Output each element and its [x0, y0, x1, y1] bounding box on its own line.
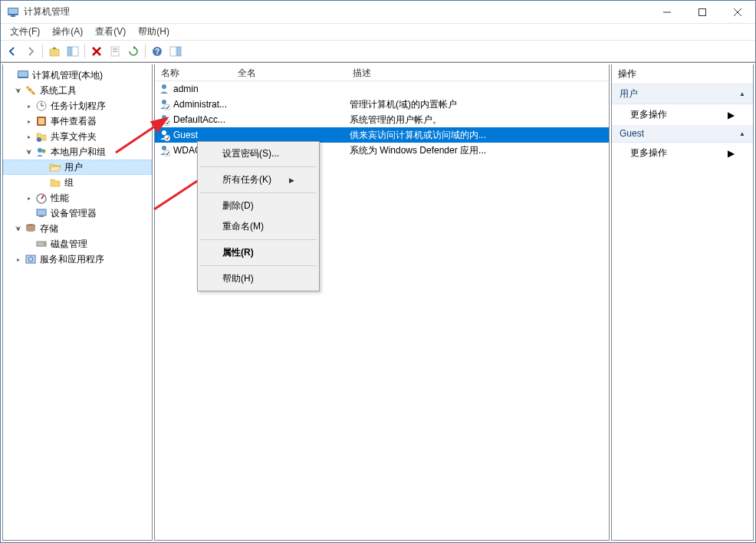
ctx-delete[interactable]: 删除(D): [199, 196, 317, 216]
minimize-button[interactable]: [649, 1, 685, 23]
tree-label: 性能: [51, 192, 69, 205]
user-row[interactable]: Guest 供来宾访问计算机或访问域的内...: [155, 127, 609, 143]
actions-more-guest[interactable]: 更多操作 ▶: [612, 143, 753, 163]
ctx-help[interactable]: 帮助(H): [199, 268, 317, 289]
ctx-rename[interactable]: 重命名(M): [199, 216, 317, 237]
tree-event-viewer[interactable]: ▸ 事件查看器: [3, 114, 152, 129]
tree-services-apps[interactable]: ▸ 服务和应用程序: [3, 252, 152, 267]
tree-task-scheduler[interactable]: ▸ 任务计划程序: [3, 98, 152, 114]
svg-point-28: [38, 148, 42, 153]
tree-storage[interactable]: ⮟ 存储: [3, 221, 152, 236]
tree-performance[interactable]: ▸ 性能: [3, 190, 152, 206]
submenu-arrow-icon: ▶: [728, 148, 735, 159]
toolbar-separator: [42, 44, 43, 58]
event-viewer-icon: [35, 115, 48, 127]
cell-description: 管理计算机(域)的内置帐户: [347, 98, 609, 111]
actions-panel: 操作 用户 ▲ 更多操作 ▶ Guest ▲ 更多操作 ▶: [611, 64, 754, 541]
titlebar[interactable]: 计算机管理: [1, 1, 755, 24]
column-fullname[interactable]: 全名: [232, 64, 347, 81]
show-hide-tree-button[interactable]: [64, 43, 81, 60]
user-list-panel: 名称 全名 描述 admin Administrat... 管理计算机(域)的内…: [154, 64, 610, 541]
svg-point-45: [164, 135, 170, 141]
menu-help[interactable]: 帮助(H): [132, 24, 176, 40]
properties-button[interactable]: [107, 43, 123, 60]
ctx-separator: [200, 166, 317, 167]
actions-item-label: 更多操作: [630, 108, 667, 121]
cell-name: Administrat...: [155, 98, 232, 110]
tree-shared-folders[interactable]: ▸ 共享文件夹: [3, 129, 152, 144]
tree-expander-closed[interactable]: ▸: [25, 132, 34, 141]
user-row[interactable]: DefaultAcc... 系统管理的用户帐户。: [155, 112, 609, 127]
users-groups-icon: [35, 146, 48, 158]
tree-expander-closed[interactable]: ▸: [25, 101, 34, 110]
tree-root[interactable]: 计算机管理(本地): [3, 67, 152, 83]
navigation-tree-panel[interactable]: 计算机管理(本地) ⮟ 系统工具 ▸ 任务计划程序 ▸ 事件查看器: [2, 64, 153, 541]
help-button[interactable]: ?: [149, 43, 166, 60]
svg-rect-32: [37, 209, 46, 216]
user-name-text: admin: [173, 84, 199, 94]
user-row[interactable]: Administrat... 管理计算机(域)的内置帐户: [155, 97, 609, 112]
user-row[interactable]: admin: [155, 81, 609, 97]
tree-label: 本地用户和组: [51, 146, 106, 159]
svg-point-41: [164, 104, 170, 110]
menubar: 文件(F) 操作(A) 查看(V) 帮助(H): [1, 24, 755, 41]
user-name-text: Administrat...: [173, 99, 227, 110]
close-button[interactable]: [720, 1, 755, 23]
tree-users[interactable]: 用户: [3, 160, 152, 175]
tree-expander-closed[interactable]: ▸: [25, 193, 34, 202]
forward-button[interactable]: [22, 43, 39, 60]
performance-icon: [35, 192, 48, 204]
cell-name: admin: [155, 83, 232, 95]
back-button[interactable]: [4, 43, 21, 60]
ctx-set-password[interactable]: 设置密码(S)...: [199, 143, 317, 164]
toolbar-separator: [145, 44, 146, 58]
up-level-button[interactable]: [46, 43, 63, 60]
menu-action[interactable]: 操作(A): [46, 24, 89, 40]
actions-more-users[interactable]: 更多操作 ▶: [612, 104, 753, 125]
tree-label: 组: [64, 176, 74, 189]
ctx-separator: [200, 239, 317, 240]
cell-description: 供来宾访问计算机或访问域的内...: [347, 129, 609, 142]
tree-label: 系统工具: [40, 84, 77, 97]
user-name-text: Guest: [173, 130, 198, 140]
tree-label: 事件查看器: [51, 115, 97, 128]
tree-label: 磁盘管理: [51, 238, 87, 251]
tree-expander-open[interactable]: ⮟: [25, 147, 34, 156]
delete-button[interactable]: [88, 43, 105, 60]
maximize-button[interactable]: [685, 1, 720, 23]
menu-file[interactable]: 文件(F): [4, 24, 46, 40]
submenu-arrow-icon: ▶: [728, 110, 735, 120]
tree-local-users-groups[interactable]: ⮟ 本地用户和组: [3, 144, 152, 160]
user-icon: [158, 129, 170, 141]
svg-rect-20: [18, 71, 28, 77]
context-menu: 设置密码(S)... 所有任务(K)▶ 删除(D) 重命名(M) 属性(R) 帮…: [197, 141, 320, 291]
cell-description: 系统管理的用户帐户。: [347, 114, 609, 127]
tree-device-manager[interactable]: 设备管理器: [3, 206, 152, 221]
column-name[interactable]: 名称: [155, 64, 232, 81]
tree-expander-open[interactable]: ⮟: [14, 86, 23, 95]
tree-system-tools[interactable]: ⮟ 系统工具: [3, 83, 152, 98]
collapse-icon: ▲: [739, 130, 745, 137]
toolbar: ?: [1, 41, 755, 62]
column-description[interactable]: 描述: [347, 64, 609, 81]
actions-section-users[interactable]: 用户 ▲: [612, 84, 753, 104]
folder-open-icon: [49, 161, 61, 173]
tree-expander-closed[interactable]: ▸: [25, 117, 34, 126]
ctx-properties[interactable]: 属性(R): [199, 242, 317, 263]
tree-expander-closed[interactable]: ▸: [14, 255, 23, 264]
tree-groups[interactable]: 组: [3, 175, 152, 190]
tree-disk-management[interactable]: 磁盘管理: [3, 236, 152, 252]
folder-icon: [49, 176, 61, 189]
collapse-icon: ▲: [739, 90, 745, 97]
svg-rect-9: [72, 47, 78, 56]
window-title: 计算机管理: [24, 5, 649, 18]
actions-section-guest[interactable]: Guest ▲: [612, 125, 753, 143]
show-hide-action-pane-button[interactable]: [167, 43, 184, 60]
ctx-all-tasks[interactable]: 所有任务(K)▶: [199, 169, 317, 190]
menu-view[interactable]: 查看(V): [89, 24, 132, 40]
tree-label: 计算机管理(本地): [32, 69, 103, 82]
refresh-button[interactable]: [125, 43, 142, 60]
actions-section-label: 用户: [620, 87, 638, 100]
tree-expander-open[interactable]: ⮟: [14, 224, 23, 233]
svg-rect-8: [67, 47, 71, 56]
